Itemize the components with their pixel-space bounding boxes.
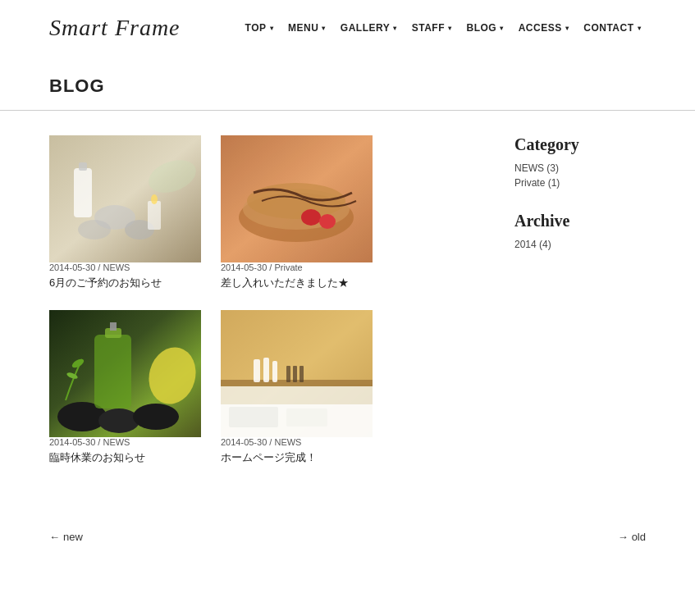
nav-menu[interactable]: MENU ▾ [283, 19, 331, 37]
post-card[interactable]: 2014-05-30 / NEWS ホームページ完成！ [221, 310, 373, 465]
svg-rect-5 [79, 162, 87, 171]
chevron-down-icon: ▾ [638, 25, 642, 32]
nav-staff[interactable]: STAFF ▾ [407, 19, 457, 37]
svg-rect-33 [293, 366, 297, 382]
post-card[interactable]: 2014-05-30 / NEWS 臨時休業のお知らせ [49, 310, 201, 465]
category-title: Category [514, 135, 646, 154]
page-title: BLOG [49, 75, 646, 97]
arrow-left-icon [49, 531, 60, 543]
svg-rect-15 [221, 135, 373, 262]
svg-point-19 [133, 404, 179, 430]
sidebar-item-news[interactable]: NEWS (3) [514, 162, 646, 174]
post-card[interactable]: 2014-05-30 / NEWS 6月のご予約のお知らせ [49, 135, 201, 290]
svg-rect-20 [94, 335, 131, 408]
chevron-down-icon: ▾ [322, 25, 326, 32]
post-image [49, 310, 201, 437]
pagination: new old [0, 498, 695, 568]
svg-rect-31 [272, 361, 277, 382]
post-image [221, 135, 373, 262]
post-title: 6月のご予約のお知らせ [49, 276, 201, 290]
post-title: 差し入れいただきました★ [221, 276, 373, 290]
post-meta: 2014-05-30 / NEWS [221, 437, 373, 447]
svg-rect-22 [110, 322, 117, 331]
svg-rect-30 [263, 358, 269, 382]
older-link[interactable]: old [618, 531, 646, 543]
site-logo[interactable]: Smart Frame [49, 15, 181, 41]
archive-section: Archive 2014 (4) [514, 212, 646, 250]
post-meta: 2014-05-30 / Private [221, 262, 373, 272]
svg-point-7 [151, 194, 158, 204]
svg-point-18 [98, 408, 139, 433]
svg-rect-4 [74, 168, 92, 217]
post-image [221, 310, 373, 437]
nav-blog[interactable]: BLOG ▾ [462, 19, 509, 37]
arrow-right-icon [618, 531, 629, 543]
newer-link[interactable]: new [49, 531, 83, 543]
svg-rect-37 [229, 407, 278, 427]
svg-rect-29 [254, 359, 260, 382]
svg-rect-38 [286, 408, 327, 427]
posts-grid: 2014-05-30 / NEWS 6月のご予約のお知らせ [49, 135, 482, 465]
main-nav: TOP ▾ MENU ▾ GALLERY ▾ STAFF ▾ BLOG ▾ AC… [240, 19, 646, 37]
header: Smart Frame TOP ▾ MENU ▾ GALLERY ▾ STAFF… [0, 0, 695, 56]
chevron-down-icon: ▾ [270, 25, 274, 32]
post-card[interactable]: 2014-05-30 / Private 差し入れいただきました★ [221, 135, 373, 290]
archive-title: Archive [514, 212, 646, 230]
post-meta: 2014-05-30 / NEWS [49, 262, 201, 272]
post-image [49, 135, 201, 262]
post-title: 臨時休業のお知らせ [49, 450, 201, 465]
chevron-down-icon: ▾ [393, 25, 397, 32]
category-section: Category NEWS (3) Private (1) [514, 135, 646, 189]
svg-rect-32 [286, 366, 290, 382]
posts-area: 2014-05-30 / NEWS 6月のご予約のお知らせ [49, 135, 482, 465]
chevron-down-icon: ▾ [500, 25, 504, 32]
nav-access[interactable]: ACCESS ▾ [514, 19, 574, 37]
chevron-down-icon: ▾ [448, 25, 452, 32]
main-content: 2014-05-30 / NEWS 6月のご予約のお知らせ [0, 135, 695, 465]
sidebar: Category NEWS (3) Private (1) Archive 20… [514, 135, 646, 465]
nav-gallery[interactable]: GALLERY ▾ [336, 19, 402, 37]
svg-rect-34 [299, 366, 304, 382]
nav-contact[interactable]: CONTACT ▾ [578, 19, 646, 37]
svg-rect-6 [148, 201, 161, 230]
chevron-down-icon: ▾ [565, 25, 569, 32]
page-title-area: BLOG [0, 56, 695, 111]
sidebar-item-private[interactable]: Private (1) [514, 177, 646, 189]
post-meta: 2014-05-30 / NEWS [49, 437, 201, 447]
svg-point-3 [78, 220, 111, 240]
sidebar-item-2014[interactable]: 2014 (4) [514, 239, 646, 250]
post-title: ホームページ完成！ [221, 450, 373, 465]
svg-rect-0 [49, 135, 201, 262]
nav-top[interactable]: TOP ▾ [240, 19, 278, 37]
